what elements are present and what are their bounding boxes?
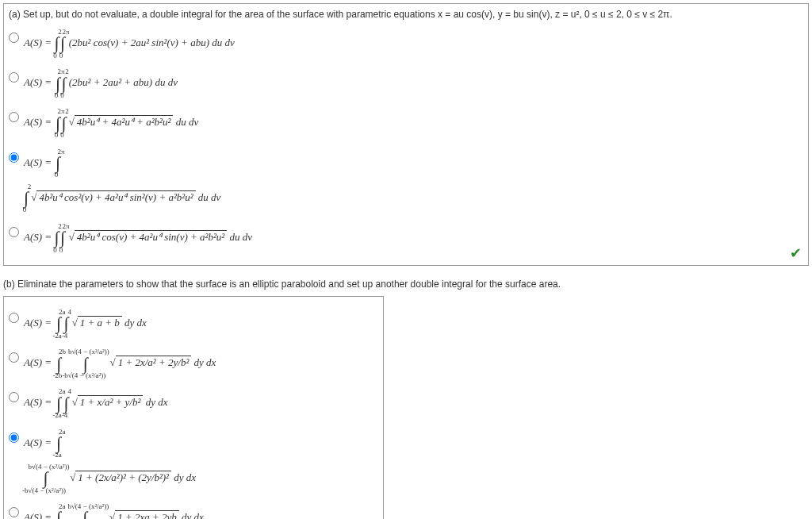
option-b2: A(S) = 2b∫-2b b√(4 − (x²/a²))∫-b√(4 − (x… xyxy=(9,346,378,381)
option-a2: A(S) = 2π∫0 2∫0 (2bu² + 2au² + abu) du d… xyxy=(9,66,803,101)
checkmark-icon: ✔ xyxy=(790,244,802,262)
part-a-box: (a) Set up, but do not evaluate, a doubl… xyxy=(3,3,809,266)
part-b-block: (b) Eliminate the parameters to show tha… xyxy=(3,279,809,519)
radio-b4[interactable] xyxy=(9,432,19,443)
label-a4: A(S) = xyxy=(24,156,54,168)
radio-b2[interactable] xyxy=(9,352,19,363)
part-b-box: A(S) = 2a∫-2a 4∫-4 1 + a + b dy dx A(S) … xyxy=(3,296,384,519)
label-a3: A(S) = xyxy=(24,116,54,128)
option-a1: A(S) = 2∫0 2π∫0 (2bu² cos(v) + 2au² sin²… xyxy=(9,26,803,61)
label-a5: A(S) = xyxy=(24,231,54,243)
part-b-question: (b) Eliminate the parameters to show tha… xyxy=(3,279,809,290)
part-a-question: (a) Set up, but do not evaluate, a doubl… xyxy=(9,9,803,20)
option-b4: A(S) = 2a∫-2a b√(4 − (x²/a²))∫-b√(4 − (x… xyxy=(9,426,378,496)
option-a4: A(S) = 2π∫0 2∫0 4b²u⁴ cos²(v) + 4a²u⁴ si… xyxy=(9,146,803,216)
radio-b3[interactable] xyxy=(9,392,19,402)
option-b3: A(S) = 2a∫-2a 4∫-4 1 + x/a² + y/b² dy dx xyxy=(9,386,378,421)
label-a1: A(S) = xyxy=(24,37,54,48)
option-a5: A(S) = 2∫0 2π∫0 4b²u⁴ cos(v) + 4a²u⁴ sin… xyxy=(9,221,803,256)
radio-a5[interactable] xyxy=(9,227,19,237)
option-b5: A(S) = 2a∫-2a b√(4 − (x²/a²))∫-b√(4 − (x… xyxy=(9,501,378,519)
option-b1: A(S) = 2a∫-2a 4∫-4 1 + a + b dy dx xyxy=(9,306,378,341)
radio-a2[interactable] xyxy=(9,72,19,83)
radio-a3[interactable] xyxy=(9,112,19,122)
radio-b1[interactable] xyxy=(9,313,19,323)
radio-a1[interactable] xyxy=(9,33,19,43)
option-a3: A(S) = 2π∫0 2∫0 4b²u⁴ + 4a²u⁴ + a²b²u² d… xyxy=(9,106,803,140)
radio-b5[interactable] xyxy=(9,507,19,517)
label-a2: A(S) = xyxy=(24,76,54,88)
radio-a4[interactable] xyxy=(9,152,19,163)
